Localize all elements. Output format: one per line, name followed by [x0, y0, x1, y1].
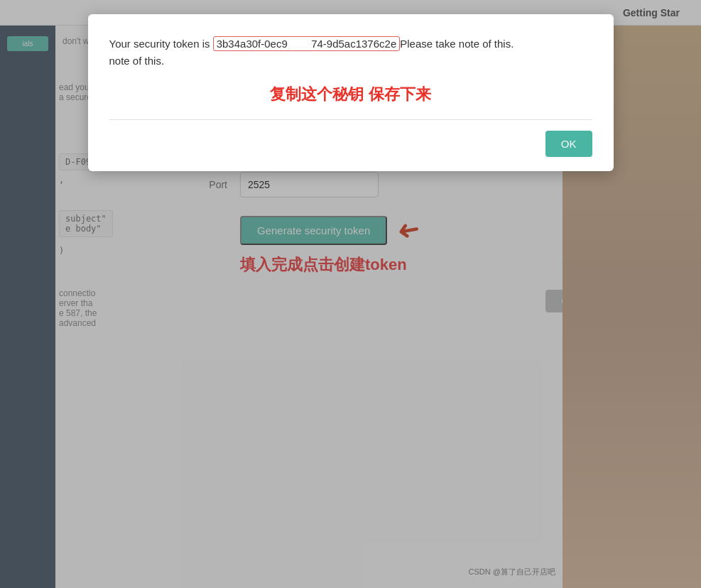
token-part1: 3b34a30f-0ec9	[217, 38, 288, 50]
security-token-display: 3b34a30f-0ec9 74-9d5ac1376c2e	[213, 36, 401, 51]
modal-body: Your security token is 3b34a30f-0ec9 74-…	[109, 36, 592, 70]
modal-annotation: 复制这个秘钥 保存下来	[109, 84, 592, 105]
modal-footer: OK	[109, 131, 592, 157]
modal-body-suffix: Please take note of this.	[400, 38, 513, 50]
modal-overlay: Your security token is 3b34a30f-0ec9 74-…	[0, 0, 701, 588]
modal-dialog: Your security token is 3b34a30f-0ec9 74-…	[88, 14, 614, 171]
modal-body-prefix: Your security token is	[109, 38, 213, 50]
token-part2: 74-9d5ac1376c2e	[311, 38, 396, 50]
modal-divider	[109, 119, 592, 120]
modal-ok-button[interactable]: OK	[545, 131, 592, 157]
